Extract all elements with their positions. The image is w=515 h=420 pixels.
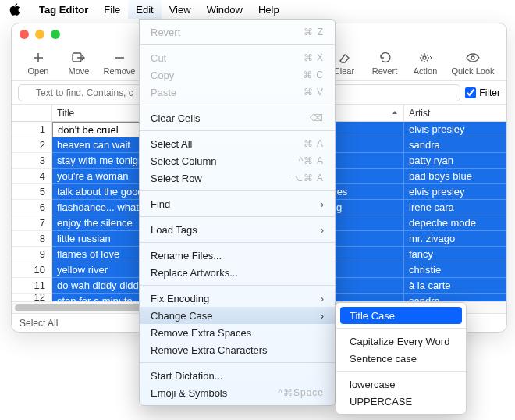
chevron-right-icon: › — [321, 293, 324, 304]
submenu-capitalize[interactable]: Capitalize Every Word — [340, 333, 462, 350]
cell-artist[interactable]: elvis presley — [404, 122, 506, 137]
undo-icon — [377, 51, 392, 65]
eraser-icon — [336, 51, 352, 65]
menubar: Tag Editor File Edit View Window Help — [0, 0, 515, 19]
submenu-lowercase[interactable]: lowercase — [340, 376, 462, 393]
status-text: Select All — [20, 318, 58, 329]
revert-button[interactable]: Revert — [364, 47, 405, 80]
open-button[interactable]: Open — [18, 47, 59, 80]
chevron-right-icon: › — [321, 224, 324, 236]
menu-select-row[interactable]: Select Row⌥⌘ A — [140, 169, 335, 187]
menu-copy[interactable]: Copy⌘ C — [140, 66, 335, 84]
change-case-submenu: Title Case Capitalize Every Word Sentenc… — [336, 302, 467, 415]
col-number[interactable] — [12, 105, 52, 121]
menu-file[interactable]: File — [96, 0, 128, 19]
submenu-title-case[interactable]: Title Case — [340, 307, 462, 324]
quicklook-button[interactable]: Quick Look — [446, 47, 500, 80]
menu-replace-artworks[interactable]: Replace Artworks... — [140, 264, 335, 281]
menu-start-dictation[interactable]: Start Dictation... — [140, 367, 335, 384]
menu-rename-files[interactable]: Rename Files... — [140, 247, 335, 264]
move-icon — [71, 51, 87, 65]
gear-icon — [417, 51, 433, 65]
menu-help[interactable]: Help — [250, 0, 287, 19]
close-button[interactable] — [20, 30, 29, 39]
app-name[interactable]: Tag Editor — [31, 4, 96, 16]
submenu-uppercase[interactable]: UPPERCASE — [340, 393, 462, 410]
svg-point-2 — [471, 56, 474, 59]
menu-select-all[interactable]: Select All⌘ A — [140, 135, 335, 152]
move-button[interactable]: Move — [59, 47, 99, 80]
menu-remove-spaces[interactable]: Remove Extra Spaces — [140, 324, 335, 341]
delete-key-icon: ⌫ — [310, 112, 324, 123]
menu-window[interactable]: Window — [199, 0, 250, 19]
chevron-right-icon: › — [321, 198, 324, 210]
apple-menu-icon[interactable] — [9, 2, 23, 16]
menu-find[interactable]: Find› — [140, 195, 335, 212]
menu-clear-cells[interactable]: Clear Cells⌫ — [140, 109, 335, 126]
edit-menu-dropdown: Revert⌘ Z Cut⌘ X Copy⌘ C Paste⌘ V Clear … — [139, 19, 336, 406]
menu-paste[interactable]: Paste⌘ V — [140, 84, 335, 101]
col-artist[interactable]: Artist — [404, 105, 506, 121]
submenu-sentence[interactable]: Sentence case — [340, 350, 462, 367]
window-controls — [20, 30, 60, 39]
menu-fix-encoding[interactable]: Fix Encoding› — [140, 290, 335, 307]
minus-icon — [112, 51, 127, 65]
minimize-button[interactable] — [35, 30, 44, 39]
action-button[interactable]: Action — [405, 47, 446, 80]
menu-revert[interactable]: Revert⌘ Z — [140, 23, 335, 41]
svg-point-1 — [423, 56, 426, 59]
menu-change-case[interactable]: Change Case› — [140, 307, 335, 324]
chevron-right-icon: › — [321, 310, 324, 322]
menu-edit[interactable]: Edit — [128, 0, 161, 19]
menu-view[interactable]: View — [162, 0, 199, 19]
menu-emoji[interactable]: Emoji & Symbols^⌘Space — [140, 384, 335, 401]
eye-icon — [465, 51, 481, 65]
menu-load-tags[interactable]: Load Tags› — [140, 221, 335, 238]
remove-button[interactable]: Remove — [99, 47, 140, 80]
menu-select-column[interactable]: Select Column^⌘ A — [140, 152, 335, 169]
filter-checkbox[interactable] — [465, 87, 476, 98]
menu-remove-chars[interactable]: Remove Extra Characters — [140, 341, 335, 358]
plus-icon — [30, 51, 46, 65]
menu-cut[interactable]: Cut⌘ X — [140, 49, 335, 66]
filter-label: Filter — [479, 87, 500, 98]
maximize-button[interactable] — [51, 30, 60, 39]
